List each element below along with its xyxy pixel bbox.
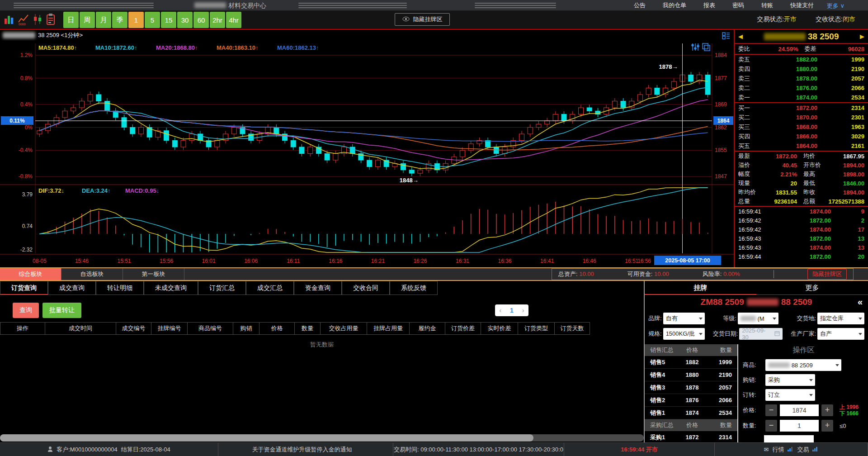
query-tab[interactable]: 转让明细 — [96, 281, 144, 295]
top-menu-item[interactable]: 转账 — [761, 1, 773, 10]
query-tab[interactable]: 订货查询 — [0, 281, 48, 295]
batch-transfer-button[interactable]: 批量转让 — [42, 303, 81, 318]
board-tab[interactable]: 第一板块 — [123, 268, 184, 280]
brand-select[interactable]: 自有 — [663, 313, 705, 324]
sell-summary-row[interactable]: 销售118742534 — [645, 407, 737, 419]
interval-button[interactable]: 日 — [63, 12, 79, 28]
line-chart-icon[interactable]: 0000 — [18, 13, 29, 26]
price-minus-button[interactable]: − — [765, 404, 777, 416]
top-menu-item[interactable]: 密码 — [732, 1, 744, 10]
qty-plus-button[interactable]: + — [821, 420, 833, 432]
column-header[interactable]: 成交时间 — [45, 322, 116, 335]
column-header[interactable]: 价格 — [259, 322, 295, 335]
column-header[interactable]: 挂牌编号 — [151, 322, 188, 335]
ask-row[interactable]: 卖四1880.002190 — [735, 64, 868, 74]
sell-summary-row[interactable]: 销售218762066 — [645, 394, 737, 407]
buy-summary-row[interactable]: 采购118722314 — [645, 431, 737, 442]
qty-minus-button[interactable]: − — [765, 420, 777, 432]
column-header[interactable]: 数量 — [295, 322, 321, 335]
top-menu-item[interactable]: 公告 — [634, 1, 646, 10]
column-header[interactable]: 挂牌占用量 — [367, 322, 410, 335]
interval-button[interactable]: 60 — [193, 12, 209, 28]
collapse-icon[interactable]: « — [858, 297, 863, 307]
next-contract-icon[interactable]: ▶ — [860, 33, 864, 40]
interval-button[interactable]: 5 — [145, 12, 160, 28]
interval-button[interactable]: 季 — [112, 12, 127, 28]
query-button[interactable]: 查询 — [13, 303, 39, 318]
column-header[interactable]: 订货价差 — [445, 322, 481, 335]
candlestick-icon[interactable] — [33, 13, 42, 26]
ask-row[interactable]: 卖二1876.002066 — [735, 83, 868, 93]
delivery-date-input[interactable]: 2025-09-30 — [739, 328, 783, 340]
grade-select[interactable]: (M — [738, 313, 778, 324]
query-tab[interactable]: 订货汇总 — [198, 281, 246, 295]
top-menu-item[interactable]: 报表 — [703, 1, 715, 10]
hide-quote-panel-button[interactable]: 隐藏挂牌区 — [395, 13, 450, 26]
interval-button[interactable]: 4hr — [226, 12, 241, 28]
more-menu[interactable]: 更多 ∨ — [827, 2, 844, 10]
transfer-select[interactable]: 订立 — [765, 389, 815, 401]
top-menu-item[interactable]: 快捷支付 — [790, 1, 814, 10]
column-header[interactable]: 订货类型 — [518, 322, 555, 335]
bid-row[interactable]: 买一1872.002314 — [735, 103, 868, 113]
price-plus-button[interactable]: + — [821, 404, 833, 416]
interval-button[interactable]: 30 — [177, 12, 193, 28]
column-header[interactable]: 购销 — [233, 322, 259, 335]
interval-button[interactable]: 2hr — [210, 12, 225, 28]
column-header[interactable]: 订货天数 — [555, 322, 590, 335]
interval-button[interactable]: 1 — [128, 12, 144, 28]
query-tab[interactable]: 交收合同 — [342, 281, 390, 295]
hide-listing-button[interactable]: 隐藏挂牌区 — [807, 269, 847, 280]
candlestick-chart[interactable]: 1.2%18840.8%18770.4%18690%1862-0.4%1855-… — [0, 41, 734, 267]
interval-button[interactable]: 周 — [80, 12, 95, 28]
query-tab[interactable]: 成交汇总 — [246, 281, 294, 295]
prev-page-icon[interactable]: ‹ — [499, 307, 501, 314]
trade-tab[interactable]: 更多 — [756, 281, 868, 295]
prev-contract-icon[interactable]: ◀ — [738, 33, 743, 40]
query-tab[interactable]: 系统反馈 — [390, 281, 438, 295]
column-header[interactable]: 商品编号 — [188, 322, 233, 335]
qty-input[interactable]: 1 — [780, 420, 819, 432]
board-tab[interactable]: 综合板块 — [0, 268, 61, 280]
column-header[interactable]: 实时价差 — [481, 322, 518, 335]
top-menu-item[interactable]: 我的仓单 — [663, 1, 686, 10]
bid-row[interactable]: 买四1866.003029 — [735, 132, 868, 141]
svg-text:15:46: 15:46 — [75, 258, 89, 264]
commodity-select[interactable]: 88 2509 — [765, 359, 841, 371]
side-select[interactable]: 采购 — [765, 374, 815, 386]
column-header[interactable]: 成交编号 — [116, 322, 151, 335]
sell-summary-row[interactable]: 销售318782057 — [645, 381, 737, 394]
clipboard-icon[interactable] — [46, 13, 56, 26]
ask-row[interactable]: 卖一1874.002534 — [735, 93, 868, 102]
price-input[interactable]: 1874 — [780, 404, 819, 416]
current-page[interactable]: 1 — [510, 307, 514, 314]
notice-text[interactable]: 关于资金通道维护升级暂停入金的通知 — [252, 446, 352, 454]
query-tab[interactable]: 未成交查询 — [144, 281, 198, 295]
bar-chart-icon[interactable] — [4, 13, 14, 26]
interval-button[interactable]: 15 — [161, 12, 176, 28]
query-tab[interactable]: 资金查询 — [294, 281, 342, 295]
bid-row[interactable]: 买三1868.001963 — [735, 122, 868, 132]
board-tab[interactable]: 自选板块 — [61, 268, 123, 280]
column-header[interactable]: 履约金 — [410, 322, 445, 335]
bid-row[interactable]: 买二1870.002301 — [735, 113, 868, 122]
layout-grid-icon[interactable] — [722, 32, 730, 41]
delivery-place-select[interactable]: 指定仓库 — [817, 313, 864, 324]
blurred-symbol — [3, 32, 35, 38]
column-header[interactable]: 交收占用量 — [321, 322, 367, 335]
ask-row[interactable]: 卖三1878.002057 — [735, 74, 868, 83]
next-page-icon[interactable]: › — [522, 307, 524, 314]
maker-select[interactable]: 自产 — [817, 328, 864, 340]
message-icon[interactable]: ✉ — [764, 446, 769, 453]
spec-select[interactable]: 1500KG/批 — [663, 328, 705, 340]
sell-summary-row[interactable]: 销售418802190 — [645, 369, 737, 381]
query-tab[interactable]: 成交查询 — [48, 281, 96, 295]
ask-row[interactable]: 卖五1882.001999 — [735, 55, 868, 64]
sell-summary-row[interactable]: 销售518821999 — [645, 356, 737, 369]
bid-row[interactable]: 买五1864.002161 — [735, 141, 868, 151]
column-header[interactable]: 操作 — [0, 322, 45, 335]
scrollbar-thumb[interactable] — [0, 434, 533, 442]
interval-button[interactable]: 月 — [96, 12, 111, 28]
horizontal-scrollbar[interactable] — [0, 434, 644, 442]
trade-tab[interactable]: 挂牌 — [645, 281, 756, 295]
